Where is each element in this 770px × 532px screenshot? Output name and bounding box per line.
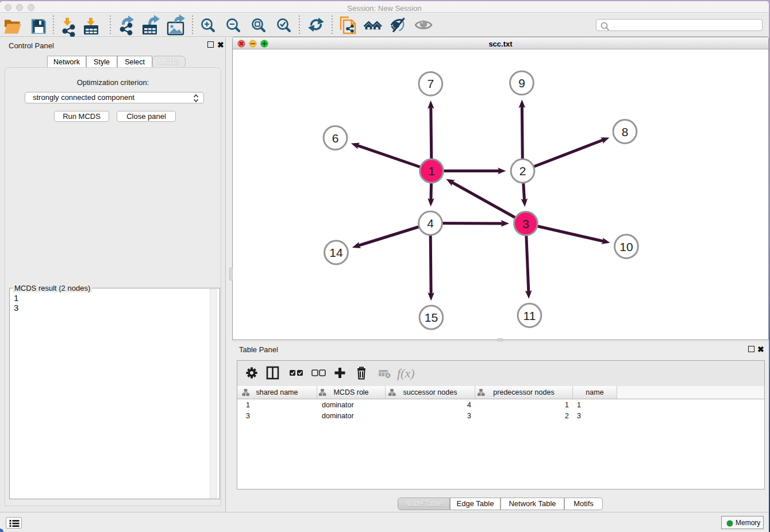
svg-text:14: 14 <box>329 246 343 259</box>
svg-text:f(x): f(x) <box>397 366 415 380</box>
svg-text:11: 11 <box>523 309 536 322</box>
svg-text:9: 9 <box>518 76 525 90</box>
svg-text:8: 8 <box>622 125 629 138</box>
svg-text:10: 10 <box>619 240 633 253</box>
svg-text:15: 15 <box>425 311 438 324</box>
svg-text:3: 3 <box>522 217 529 230</box>
svg-text:4: 4 <box>427 217 434 230</box>
svg-text:2: 2 <box>519 164 526 178</box>
svg-text:7: 7 <box>427 77 434 90</box>
svg-text:1: 1 <box>428 164 435 178</box>
svg-text:6: 6 <box>332 132 339 145</box>
